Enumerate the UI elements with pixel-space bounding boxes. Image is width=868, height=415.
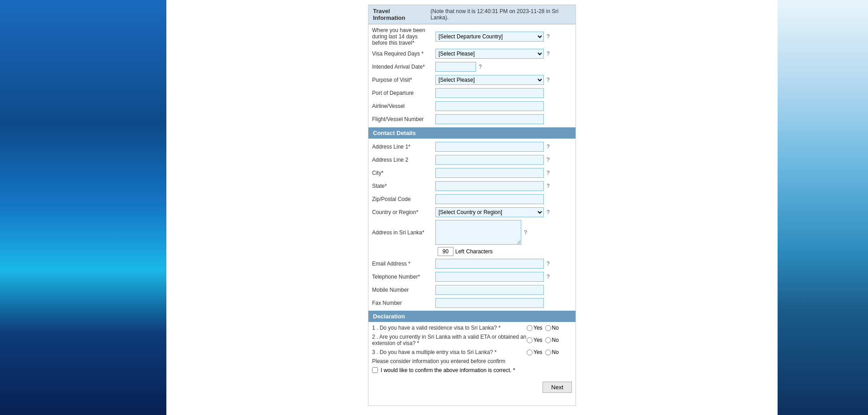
airline-input[interactable] bbox=[435, 101, 544, 111]
telephone-input[interactable] bbox=[435, 272, 544, 282]
address1-control: ? bbox=[435, 142, 572, 152]
port-label: Port of Departure bbox=[372, 90, 435, 96]
fax-input[interactable] bbox=[435, 298, 544, 308]
email-row: Email Address * ? bbox=[372, 258, 572, 269]
form-header-title: Travel Information bbox=[373, 8, 421, 21]
country-row: Country or Region* [Select Country or Re… bbox=[372, 207, 572, 218]
declaration-q1-radios: Yes No bbox=[527, 325, 572, 331]
port-control bbox=[435, 88, 572, 98]
sri-lanka-address-help-icon[interactable]: ? bbox=[524, 229, 527, 236]
q3-no-label[interactable]: No bbox=[545, 349, 559, 355]
chars-row: 90 Left Characters bbox=[438, 247, 572, 256]
city-control: ? bbox=[435, 168, 572, 178]
mobile-control bbox=[435, 285, 572, 295]
purpose-help-icon[interactable]: ? bbox=[547, 77, 550, 83]
country-help-icon[interactable]: ? bbox=[547, 209, 550, 215]
arrival-date-control: ? bbox=[435, 62, 572, 72]
sri-lanka-address-textarea[interactable] bbox=[435, 220, 521, 245]
q1-yes-label[interactable]: Yes bbox=[527, 325, 542, 331]
declaration-q2-radios: Yes No bbox=[527, 337, 572, 343]
q2-no-radio[interactable] bbox=[545, 337, 551, 343]
purpose-label: Purpose of Visit* bbox=[372, 77, 435, 83]
sri-lanka-address-control: ? bbox=[435, 220, 572, 245]
address1-label: Address Line 1* bbox=[372, 144, 435, 150]
visa-required-select[interactable]: [Select Please] bbox=[435, 49, 544, 59]
email-help-icon[interactable]: ? bbox=[547, 261, 550, 267]
email-control: ? bbox=[435, 259, 572, 269]
declaration-q1: 1 . Do you have a valid residence visa t… bbox=[372, 325, 527, 331]
flight-control bbox=[435, 114, 572, 124]
left-sidebar bbox=[0, 0, 166, 415]
state-help-icon[interactable]: ? bbox=[547, 183, 550, 189]
zip-control bbox=[435, 194, 572, 204]
where-help-icon[interactable]: ? bbox=[547, 33, 550, 40]
visa-required-help-icon[interactable]: ? bbox=[547, 51, 550, 57]
declaration-label: Declaration bbox=[373, 313, 405, 320]
q1-yes-radio[interactable] bbox=[527, 325, 533, 331]
zip-input[interactable] bbox=[435, 194, 544, 204]
q3-no-radio[interactable] bbox=[545, 350, 551, 355]
address2-control: ? bbox=[435, 155, 572, 165]
country-select[interactable]: [Select Country or Region] bbox=[435, 207, 544, 217]
mobile-input[interactable] bbox=[435, 285, 544, 295]
where-select[interactable]: [Select Departure Country] bbox=[435, 32, 544, 42]
city-input[interactable] bbox=[435, 168, 544, 178]
arrival-date-input[interactable] bbox=[435, 62, 476, 72]
mobile-label: Mobile Number bbox=[372, 287, 435, 293]
port-input[interactable] bbox=[435, 88, 544, 98]
state-input[interactable] bbox=[435, 181, 544, 191]
telephone-control: ? bbox=[435, 272, 572, 282]
address2-help-icon[interactable]: ? bbox=[547, 157, 550, 163]
arrival-date-help-icon[interactable]: ? bbox=[479, 64, 482, 70]
visa-required-label: Visa Required Days * bbox=[372, 51, 435, 57]
arrival-date-row: Intended Arrival Date* ? bbox=[372, 61, 572, 72]
q1-no-radio[interactable] bbox=[545, 325, 551, 331]
purpose-row: Purpose of Visit* [Select Please] ? bbox=[372, 75, 572, 85]
city-help-icon[interactable]: ? bbox=[547, 170, 550, 176]
q3-yes-label[interactable]: Yes bbox=[527, 349, 542, 355]
telephone-label: Telephone Number* bbox=[372, 274, 435, 280]
right-sidebar bbox=[778, 0, 868, 415]
q2-yes-label[interactable]: Yes bbox=[527, 337, 542, 343]
telephone-help-icon[interactable]: ? bbox=[547, 274, 550, 280]
declaration-q3-radios: Yes No bbox=[527, 349, 572, 355]
sri-lanka-address-label: Address in Sri Lanka* bbox=[372, 229, 435, 236]
address1-input[interactable] bbox=[435, 142, 544, 152]
airline-control bbox=[435, 101, 572, 111]
q2-no-label[interactable]: No bbox=[545, 337, 559, 343]
declaration-body: 1 . Do you have a valid residence visa t… bbox=[368, 322, 576, 403]
declaration-header: Declaration bbox=[368, 311, 576, 322]
declaration-section: Declaration 1 . Do you have a valid resi… bbox=[368, 311, 576, 403]
q3-yes-radio[interactable] bbox=[527, 350, 533, 355]
purpose-select[interactable]: [Select Please] bbox=[435, 75, 544, 85]
confirm-checkbox[interactable] bbox=[372, 367, 378, 373]
fax-control bbox=[435, 298, 572, 308]
address2-row: Address Line 2 ? bbox=[372, 154, 572, 165]
country-control: [Select Country or Region] ? bbox=[435, 207, 572, 217]
flight-label: Flight/Vessel Number bbox=[372, 116, 435, 122]
address1-help-icon[interactable]: ? bbox=[547, 144, 550, 150]
contact-section-label: Contact Details bbox=[373, 130, 416, 136]
q2-yes-radio[interactable] bbox=[527, 337, 533, 343]
chars-remaining-input[interactable]: 90 bbox=[438, 247, 453, 256]
country-label: Country or Region* bbox=[372, 209, 435, 215]
main-content: Travel Information (Note that now it is … bbox=[166, 0, 778, 415]
declaration-q2: 2 . Are you currently in Sri Lanka with … bbox=[372, 334, 527, 346]
q1-no-label[interactable]: No bbox=[545, 325, 559, 331]
address1-row: Address Line 1* ? bbox=[372, 141, 572, 152]
please-confirm-text: Please consider information you entered … bbox=[372, 358, 572, 364]
city-label: City* bbox=[372, 170, 435, 176]
address2-label: Address Line 2 bbox=[372, 157, 435, 163]
flight-input[interactable] bbox=[435, 114, 544, 124]
email-input[interactable] bbox=[435, 259, 544, 269]
state-label: State* bbox=[372, 183, 435, 189]
chars-unit-label: Characters bbox=[466, 248, 493, 255]
next-button[interactable]: Next bbox=[542, 382, 572, 393]
address2-input[interactable] bbox=[435, 155, 544, 165]
declaration-q1-row: 1 . Do you have a valid residence visa t… bbox=[372, 325, 572, 331]
state-control: ? bbox=[435, 181, 572, 191]
where-control: [Select Departure Country] ? bbox=[435, 32, 572, 42]
fax-label: Fax Number bbox=[372, 300, 435, 306]
confirm-row: I would like to confirm the above inform… bbox=[372, 367, 572, 373]
where-row: Where you have been during last 14 days … bbox=[372, 27, 572, 46]
